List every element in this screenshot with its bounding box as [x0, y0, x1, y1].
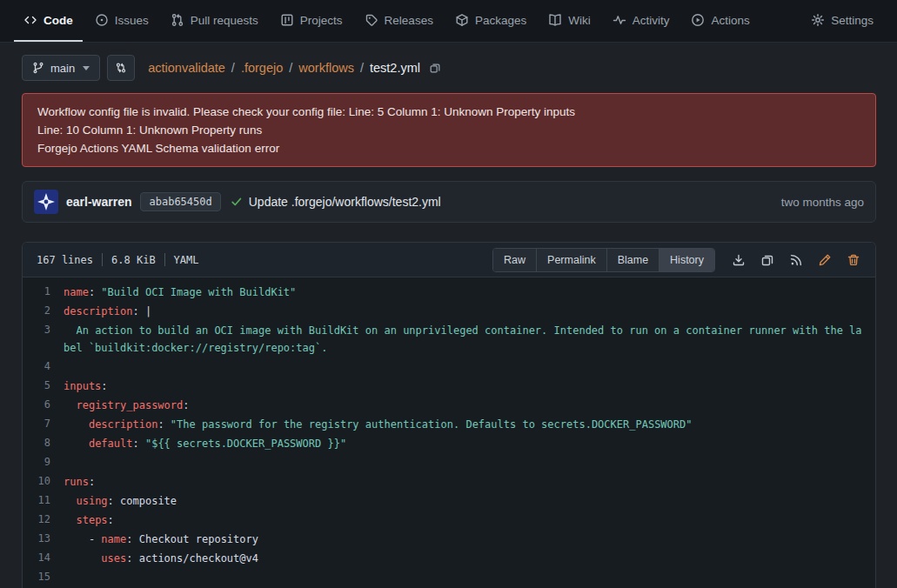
error-line: Workflow config file is invalid. Please …	[37, 103, 860, 121]
file-nav-row: main actionvalidate / .forgejo / workflo…	[22, 55, 876, 81]
commit-hash-link[interactable]: abab65450d	[140, 192, 220, 211]
copy-content-button[interactable]	[754, 248, 780, 272]
line-number[interactable]: 7	[23, 415, 63, 434]
compare-button[interactable]	[107, 55, 135, 81]
line-number[interactable]: 13	[23, 530, 63, 549]
tab-settings[interactable]: Settings	[801, 0, 883, 42]
line-number[interactable]: 12	[23, 511, 63, 530]
line-content: using: composite	[63, 491, 875, 511]
line-number[interactable]: 8	[23, 434, 63, 453]
tab-code[interactable]: Code	[14, 0, 83, 42]
code-line: 15	[23, 568, 875, 587]
copy-path-button[interactable]	[429, 62, 441, 74]
history-button[interactable]: History	[659, 249, 714, 271]
line-content	[63, 357, 875, 377]
tab-label: Pull requests	[191, 14, 258, 27]
code-table: 1name: "Build OCI Image with BuildKit"2d…	[23, 283, 875, 588]
line-content: description: "The password for the regis…	[63, 415, 875, 434]
tab-pull-requests[interactable]: Pull requests	[161, 0, 268, 42]
line-number[interactable]: 1	[23, 283, 63, 302]
divider	[102, 253, 103, 266]
code-line: 2description: |	[23, 302, 875, 321]
download-icon	[732, 253, 746, 267]
book-icon	[548, 13, 562, 27]
line-content	[63, 568, 875, 587]
line-number[interactable]: 14	[23, 549, 63, 568]
tab-label: Actions	[711, 14, 749, 27]
tab-releases[interactable]: Releases	[355, 0, 443, 42]
breadcrumb-dir-link[interactable]: .forgejo	[241, 61, 283, 75]
tab-label: Settings	[831, 14, 874, 27]
line-content: An action to build an OCI image with Bui…	[63, 321, 875, 357]
code-line: 13 - name: Checkout repository	[23, 530, 875, 549]
rss-feed-button[interactable]	[783, 248, 809, 272]
line-content	[63, 453, 875, 472]
line-number[interactable]: 11	[23, 491, 63, 511]
error-line: Line: 10 Column 1: Unknown Property runs	[37, 121, 860, 139]
git-branch-icon	[32, 62, 44, 74]
commit-author-link[interactable]: earl-warren	[66, 195, 131, 209]
delete-file-button[interactable]	[840, 248, 867, 272]
code-line: 11 using: composite	[23, 491, 875, 511]
edit-file-button[interactable]	[812, 248, 838, 272]
code-line: 3 An action to build an OCI image with B…	[23, 321, 875, 357]
file-controls: Raw Permalink Blame History	[492, 248, 867, 272]
view-mode-group: Raw Permalink Blame History	[492, 248, 715, 272]
file-line-count: 167 lines	[37, 254, 93, 266]
breadcrumb-file-name: test2.yml	[370, 61, 420, 75]
line-number[interactable]: 2	[23, 302, 63, 321]
code-line: 7 description: "The password for the reg…	[23, 415, 875, 434]
workflow-error-banner: Workflow config file is invalid. Please …	[22, 93, 876, 167]
breadcrumb-separator: /	[231, 61, 235, 75]
tab-label: Packages	[475, 14, 526, 27]
latest-commit-bar: earl-warren abab65450d Update .forgejo/w…	[22, 181, 876, 223]
line-number[interactable]: 6	[23, 396, 63, 415]
tab-projects[interactable]: Projects	[271, 0, 352, 42]
breadcrumb-separator: /	[289, 61, 292, 75]
chevron-down-icon	[83, 66, 90, 70]
commit-status-check-icon[interactable]	[231, 196, 243, 208]
error-line: Forgejo Actions YAML Schema validation e…	[37, 139, 860, 157]
branch-selector[interactable]: main	[22, 55, 100, 81]
tab-wiki[interactable]: Wiki	[539, 0, 600, 42]
tab-label: Wiki	[568, 14, 591, 27]
line-number[interactable]: 4	[23, 357, 63, 377]
line-number[interactable]: 15	[23, 568, 63, 587]
line-number[interactable]: 9	[23, 453, 63, 472]
code-line: 10runs:	[23, 472, 875, 491]
gear-icon	[811, 13, 825, 27]
tab-packages[interactable]: Packages	[445, 0, 536, 42]
breadcrumb-repo-link[interactable]: actionvalidate	[148, 61, 225, 75]
code-line: 8 default: "${{ secrets.DOCKER_PASSWORD …	[23, 434, 875, 453]
tab-actions[interactable]: Actions	[681, 0, 759, 42]
tab-label: Projects	[300, 14, 343, 27]
line-number[interactable]: 3	[23, 321, 63, 357]
code-line: 12 steps:	[23, 511, 875, 530]
tab-issues[interactable]: Issues	[85, 0, 158, 42]
download-button[interactable]	[726, 248, 752, 272]
line-number[interactable]: 5	[23, 377, 63, 396]
copy-icon	[760, 253, 774, 267]
issue-icon	[95, 13, 109, 27]
commit-message-link[interactable]: Update .forgejo/workflows/test2.yml	[249, 195, 441, 209]
breadcrumb-separator: /	[360, 61, 364, 75]
tag-icon	[365, 13, 378, 27]
trash-icon	[847, 253, 860, 267]
tab-label: Code	[44, 14, 73, 27]
file-info: 167 lines 6.8 KiB YAML	[37, 253, 199, 266]
line-content: runs:	[63, 472, 875, 491]
line-content: - name: Checkout repository	[63, 530, 875, 549]
breadcrumb-dir-link[interactable]: workflows	[298, 61, 354, 75]
tab-label: Releases	[385, 14, 433, 27]
avatar-image	[34, 190, 58, 214]
blame-button[interactable]: Blame	[606, 249, 659, 271]
tab-label: Activity	[633, 14, 670, 27]
raw-button[interactable]: Raw	[493, 249, 536, 271]
code-line: 4	[23, 357, 875, 377]
pulse-icon	[613, 13, 626, 27]
tab-activity[interactable]: Activity	[603, 0, 679, 42]
line-content: registry_password:	[63, 396, 875, 415]
line-number[interactable]: 10	[23, 472, 63, 491]
avatar[interactable]	[34, 190, 58, 214]
permalink-button[interactable]: Permalink	[536, 249, 606, 271]
